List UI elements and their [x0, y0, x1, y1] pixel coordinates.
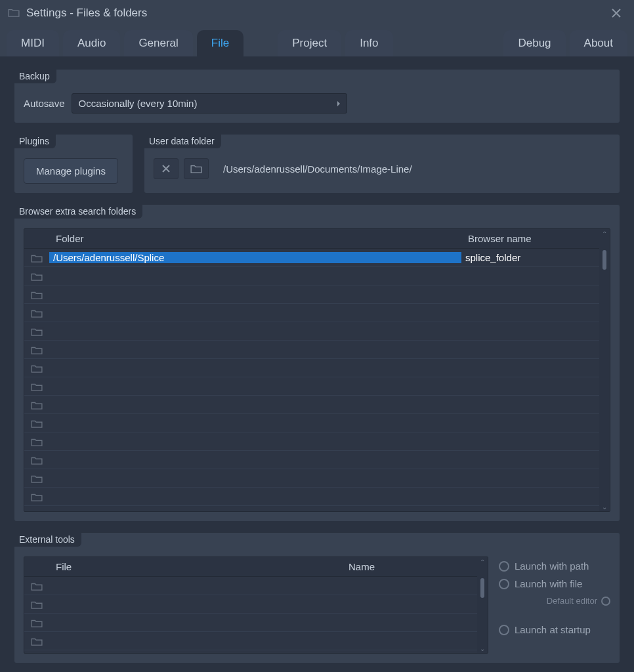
folder-icon — [8, 8, 20, 19]
table-row[interactable] — [24, 595, 477, 614]
radio-icon — [499, 579, 509, 589]
table-row[interactable] — [24, 469, 599, 488]
folder-icon[interactable] — [24, 364, 49, 373]
plugins-panel: Plugins Manage plugins — [14, 135, 133, 193]
tab-audio[interactable]: Audio — [63, 30, 120, 56]
folder-icon[interactable] — [24, 455, 49, 465]
panel-label: User data folder — [144, 134, 221, 148]
folder-icon[interactable] — [24, 290, 49, 299]
browse-folder-button[interactable] — [184, 158, 209, 179]
table-row[interactable] — [24, 267, 599, 285]
folder-icon[interactable] — [24, 382, 49, 391]
autosave-label: Autosave — [24, 98, 65, 109]
manage-plugins-button[interactable]: Manage plugins — [24, 158, 118, 184]
table-row[interactable] — [24, 341, 599, 359]
radio-icon — [499, 561, 509, 572]
user-data-path: /Users/adenrussell/Documents/Image-Line/ — [223, 163, 412, 175]
external-tools-panel: External tools File Name ⌃ — [14, 533, 620, 663]
folder-icon[interactable] — [24, 581, 49, 591]
panel-label: Backup — [14, 69, 56, 83]
scrollbar-thumb[interactable] — [602, 250, 606, 270]
radio-icon — [499, 625, 509, 635]
column-folder[interactable]: Folder — [49, 229, 461, 248]
scrollbar-thumb[interactable] — [480, 578, 484, 598]
tab-debug[interactable]: Debug — [503, 30, 565, 56]
folder-icon[interactable] — [24, 272, 49, 281]
folder-icon[interactable] — [24, 253, 49, 262]
radio-icon — [601, 597, 610, 606]
column-browser-name[interactable]: Browser name — [461, 229, 599, 248]
folder-icon[interactable] — [24, 618, 49, 627]
tab-midi[interactable]: MIDI — [7, 30, 59, 56]
table-row[interactable] — [24, 451, 599, 469]
clear-path-button[interactable] — [154, 158, 179, 179]
folder-path-cell[interactable]: /Users/adenrussell/Splice — [49, 252, 461, 263]
table-row[interactable] — [24, 488, 599, 506]
external-tools-list[interactable] — [24, 577, 477, 653]
scrollbar[interactable]: ⌄ — [477, 577, 488, 653]
browser-name-cell[interactable]: splice_folder — [461, 252, 599, 263]
table-row[interactable] — [24, 322, 599, 341]
folder-icon[interactable] — [24, 400, 49, 410]
backup-panel: Backup Autosave Occasionally (every 10mi… — [14, 70, 620, 123]
scrollbar[interactable]: ⌄ — [599, 249, 610, 511]
table-row[interactable] — [24, 377, 599, 396]
table-row[interactable] — [24, 396, 599, 414]
tab-info[interactable]: Info — [345, 30, 392, 56]
autosave-value: Occasionally (every 10min) — [79, 98, 198, 109]
tab-file[interactable]: File — [197, 30, 243, 56]
table-row[interactable] — [24, 304, 599, 322]
table-row[interactable] — [24, 414, 599, 432]
launch-with-path-radio[interactable]: Launch with path — [499, 560, 610, 572]
panel-label: Browser extra search folders — [14, 204, 142, 219]
settings-window: Settings - Files & folders MIDI Audio Ge… — [0, 0, 634, 672]
scroll-down-icon[interactable]: ⌄ — [599, 502, 610, 511]
external-tools-options: Launch with path Launch with file Defaul… — [499, 556, 610, 654]
column-file[interactable]: File — [49, 557, 342, 576]
content-area: Backup Autosave Occasionally (every 10mi… — [0, 56, 634, 672]
launch-with-file-radio[interactable]: Launch with file — [499, 578, 610, 589]
scroll-up-icon[interactable]: ⌃ — [477, 557, 488, 566]
scroll-down-icon[interactable]: ⌄ — [477, 644, 488, 653]
table-row[interactable] — [24, 577, 477, 595]
folder-icon[interactable] — [24, 437, 49, 446]
folder-icon[interactable] — [24, 345, 49, 354]
window-title: Settings - Files & folders — [26, 7, 147, 20]
user-data-panel: User data folder /Users/adenrussell/Docu… — [144, 135, 620, 193]
default-editor-radio[interactable]: Default editor — [499, 596, 610, 606]
tab-about[interactable]: About — [570, 30, 627, 56]
column-name[interactable]: Name — [342, 557, 477, 576]
close-button[interactable] — [606, 3, 626, 24]
table-row[interactable] — [24, 614, 477, 632]
scroll-up-icon[interactable]: ⌃ — [599, 229, 610, 238]
table-row[interactable] — [24, 432, 599, 451]
table-row[interactable] — [24, 632, 477, 650]
folder-icon[interactable] — [24, 327, 49, 336]
titlebar: Settings - Files & folders — [0, 0, 634, 26]
browser-folders-panel: Browser extra search folders Folder Brow… — [14, 205, 620, 521]
folder-icon[interactable] — [24, 600, 49, 609]
tab-general[interactable]: General — [124, 30, 192, 56]
launch-at-startup-radio[interactable]: Launch at startup — [499, 624, 610, 635]
folder-icon[interactable] — [24, 419, 49, 428]
autosave-dropdown[interactable]: Occasionally (every 10min) — [72, 93, 347, 114]
folder-icon[interactable] — [24, 637, 49, 646]
panel-label: Plugins — [14, 134, 56, 148]
folder-icon[interactable] — [24, 474, 49, 483]
tab-project[interactable]: Project — [278, 30, 341, 56]
chevron-right-icon — [337, 101, 340, 106]
table-row[interactable] — [24, 359, 599, 377]
folder-icon[interactable] — [24, 308, 49, 318]
tab-bar: MIDI Audio General File Project Info Deb… — [0, 26, 634, 56]
table-row[interactable]: /Users/adenrussell/Splicesplice_folder — [24, 249, 599, 267]
folder-icon[interactable] — [24, 492, 49, 501]
table-row[interactable] — [24, 285, 599, 304]
panel-label: External tools — [14, 532, 81, 547]
browser-folders-list[interactable]: /Users/adenrussell/Splicesplice_folder — [24, 249, 599, 511]
